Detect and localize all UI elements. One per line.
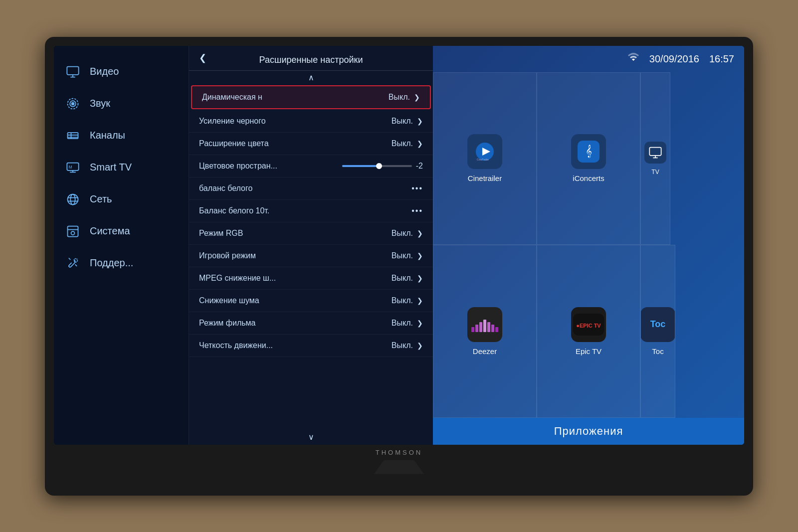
tv-screen: Видео Звук <box>54 46 744 445</box>
toc-icon-text: Toc <box>650 319 666 330</box>
svg-rect-29 <box>475 325 478 332</box>
smarttv-icon: M <box>64 159 82 177</box>
sidebar: Видео Звук <box>54 46 189 445</box>
app-label-cinetrailer: Cinetrailer <box>468 174 502 182</box>
setting-row-blackboost[interactable]: Усиление черного Выкл. ❯ <box>189 110 433 133</box>
sidebar-item-smarttv[interactable]: M Smart TV <box>54 152 189 183</box>
svg-rect-30 <box>479 322 482 332</box>
svg-point-5 <box>72 102 74 105</box>
setting-row-whitebal[interactable]: баланс белого ••• <box>189 177 433 200</box>
stand-neck <box>374 460 424 474</box>
globe-icon <box>64 190 82 208</box>
setting-arrow-mpegnr: ❯ <box>417 274 423 282</box>
setting-row-rgb[interactable]: Режим RGB Выкл. ❯ <box>189 222 433 245</box>
setting-row-colorext[interactable]: Расширение цвета Выкл. ❯ <box>189 133 433 155</box>
setting-row-noisered[interactable]: Снижение шума Выкл. ❯ <box>189 290 433 312</box>
setting-name-motionclarity: Четкость движени... <box>199 341 392 350</box>
svg-rect-34 <box>495 327 498 332</box>
setting-arrow-blackboost: ❯ <box>417 117 423 125</box>
back-arrow[interactable]: ❮ <box>199 52 206 63</box>
sidebar-item-network[interactable]: Сеть <box>54 183 189 215</box>
sidebar-item-system[interactable]: Система <box>54 215 189 247</box>
setting-arrow-dynamic: ❯ <box>414 93 420 101</box>
sidebar-label-system: Система <box>90 225 130 237</box>
setting-name-game: Игровой режим <box>199 251 392 260</box>
apps-footer-label: Приложения <box>554 425 623 437</box>
stand-base <box>344 474 454 482</box>
app-cell-tv[interactable]: TV <box>640 72 670 245</box>
sidebar-label-video: Видео <box>90 66 119 77</box>
svg-point-18 <box>71 231 75 235</box>
slider-container-colorspace[interactable]: -2 <box>311 162 423 171</box>
setting-name-mpegnr: MPEG снижение ш... <box>199 274 392 283</box>
scroll-up-button[interactable]: ∧ <box>189 71 433 84</box>
settings-panel: ❮ Расширенные настройки ∧ Динамическая н… <box>189 46 433 445</box>
sidebar-item-channels[interactable]: Каналы <box>54 120 189 152</box>
svg-text:𝄞: 𝄞 <box>586 145 592 158</box>
setting-name-blackboost: Усиление черного <box>199 117 392 126</box>
setting-name-colorext: Расширение цвета <box>199 139 392 148</box>
sidebar-item-sound[interactable]: Звук <box>54 88 189 120</box>
svg-rect-32 <box>487 322 490 332</box>
svg-rect-31 <box>483 320 486 332</box>
sidebar-item-video[interactable]: Видео <box>54 56 189 88</box>
setting-row-game[interactable]: Игровой режим Выкл. ❯ <box>189 245 433 267</box>
svg-point-12 <box>68 194 78 204</box>
setting-name-whitebal10: Баланс белого 10т. <box>199 206 411 215</box>
app-cell-cinetrailer[interactable]: CineTrailer Cinetrailer <box>433 72 537 245</box>
system-icon <box>64 222 82 240</box>
apps-grid: CineTrailer Cinetrailer 𝄞 <box>433 72 744 418</box>
slider-thumb-colorspace[interactable] <box>376 163 382 169</box>
tv-stand: THOMSON <box>344 445 454 482</box>
settings-header: ❮ Расширенные настройки <box>189 46 433 71</box>
svg-rect-25 <box>649 147 661 155</box>
scroll-down-button[interactable]: ∨ <box>189 429 433 445</box>
app-label-tv: TV <box>651 169 659 176</box>
slider-track-colorspace[interactable] <box>342 165 412 167</box>
setting-value-game: Выкл. <box>392 251 413 260</box>
setting-arrow-colorext: ❯ <box>417 140 423 148</box>
setting-arrow-motionclarity: ❯ <box>417 342 423 350</box>
iconcerts-icon: 𝄞 <box>571 134 606 169</box>
svg-point-13 <box>70 194 75 204</box>
sound-icon <box>64 95 82 113</box>
setting-row-colorspace[interactable]: Цветовое простран... -2 <box>189 155 433 177</box>
smart-panel: 30/09/2016 16:57 CineTrailer <box>433 46 744 445</box>
app-cell-deezer[interactable]: Deezer <box>433 245 537 418</box>
app-label-deezer: Deezer <box>473 347 497 355</box>
setting-name-filmmode: Режим фильма <box>199 319 392 328</box>
time-display: 16:57 <box>709 53 734 65</box>
app-cell-toc[interactable]: Toc Toc <box>640 245 675 418</box>
settings-title: Расширенные настройки <box>199 55 423 65</box>
setting-name-rgb: Режим RGB <box>199 229 392 238</box>
sidebar-label-network: Сеть <box>90 193 112 205</box>
app-cell-iconcerts[interactable]: 𝄞 iConcerts <box>537 72 640 245</box>
setting-dots-whitebal: ••• <box>411 184 423 193</box>
setting-name-noisered: Снижение шума <box>199 296 392 305</box>
settings-list: Динамическая н Выкл. ❯ Усиление черного … <box>189 84 433 429</box>
svg-rect-28 <box>471 327 474 332</box>
setting-row-dynamic[interactable]: Динамическая н Выкл. ❯ <box>191 85 431 109</box>
setting-name-whitebal: баланс белого <box>199 184 411 193</box>
svg-rect-33 <box>491 325 494 332</box>
sidebar-item-support[interactable]: Поддер... <box>54 247 189 279</box>
setting-row-mpegnr[interactable]: MPEG снижение ш... Выкл. ❯ <box>189 267 433 290</box>
sidebar-label-channels: Каналы <box>90 130 125 141</box>
setting-arrow-game: ❯ <box>417 252 423 260</box>
slider-fill-colorspace <box>342 165 381 167</box>
setting-value-filmmode: Выкл. <box>392 319 413 328</box>
setting-row-filmmode[interactable]: Режим фильма Выкл. ❯ <box>189 312 433 335</box>
svg-text:●EPIC TV: ●EPIC TV <box>576 323 601 329</box>
tv-app-icon <box>644 142 666 164</box>
app-cell-epictv[interactable]: ●EPIC TV Epic TV <box>537 245 640 418</box>
top-bar: 30/09/2016 16:57 <box>433 46 744 72</box>
deezer-icon <box>467 307 502 342</box>
setting-value-motionclarity: Выкл. <box>392 341 413 350</box>
tv-brand: THOMSON <box>376 445 422 460</box>
setting-value-blackboost: Выкл. <box>392 117 413 126</box>
setting-row-motionclarity[interactable]: Четкость движени... Выкл. ❯ <box>189 335 433 357</box>
slider-value-colorspace: -2 <box>416 162 423 171</box>
apps-background: 30/09/2016 16:57 CineTrailer <box>433 46 744 445</box>
setting-row-whitebal10[interactable]: Баланс белого 10т. ••• <box>189 200 433 222</box>
setting-value-mpegnr: Выкл. <box>392 274 413 283</box>
